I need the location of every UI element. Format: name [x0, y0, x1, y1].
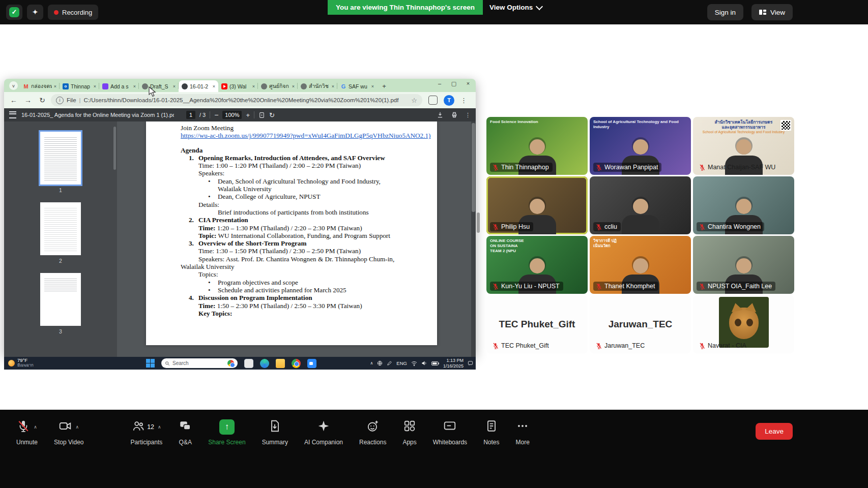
print-icon[interactable]	[451, 111, 458, 118]
chrome-icon[interactable]	[292, 359, 301, 368]
browser-tab-8[interactable]: สำนักวิช×	[298, 80, 337, 92]
browser-tab-7[interactable]: ศูนย์กิจก×	[258, 80, 298, 92]
start-button[interactable]	[146, 359, 155, 368]
back-button[interactable]: ←	[8, 96, 19, 104]
fit-page-icon[interactable]	[258, 112, 265, 118]
participant-tile-10[interactable]: TEC Phuket_GiftTEC Phuket_Gift	[486, 295, 588, 353]
participant-tile-8[interactable]: วิชาการดี ปฏิเน้นนวัตกThanet Khomphet	[590, 236, 691, 294]
address-bar[interactable]: i File | C:/Users/thinn/Downloads/16-01-…	[51, 94, 422, 106]
new-tab-button[interactable]: +	[379, 81, 389, 91]
participant-tile-12[interactable]: Navarat - CIA	[693, 295, 794, 353]
view-button[interactable]: View	[751, 4, 793, 20]
profile-avatar[interactable]: T	[444, 95, 454, 106]
browser-tab-3[interactable]: Add a s×	[99, 80, 139, 92]
tab-close-icon[interactable]: ×	[213, 84, 215, 89]
sign-in-button[interactable]: Sign in	[707, 4, 743, 20]
taskbar-search[interactable]: Search	[161, 358, 238, 368]
browser-tab-1[interactable]: Mกล่องจดห×	[20, 80, 60, 92]
zoom-app-icon[interactable]	[307, 359, 316, 368]
page-number-input[interactable]: 1	[186, 111, 195, 119]
taskbar-clock[interactable]: 1:13 PM 1/16/2025	[443, 358, 464, 369]
view-options-button[interactable]: View Options	[484, 0, 547, 15]
summary-button[interactable]: Summary	[254, 418, 296, 446]
participant-tile-5[interactable]: ccliu	[590, 176, 691, 234]
tab-close-icon[interactable]: ×	[94, 84, 96, 89]
edge-icon[interactable]	[260, 359, 269, 368]
tab-title: Thinnap	[71, 83, 92, 89]
weather-widget[interactable]: 79°F มีเมฆมาก	[8, 358, 34, 368]
browser-menu-icon[interactable]: ⋮	[460, 97, 468, 104]
notes-button[interactable]: Notes	[475, 418, 507, 446]
browser-tab-2[interactable]: oThinnap×	[60, 80, 99, 92]
pdf-thumbnail-2[interactable]	[40, 202, 81, 255]
participants-button[interactable]: 12∧Participants	[123, 418, 171, 446]
security-shield-button[interactable]: ✓	[6, 5, 22, 20]
tab-close-icon[interactable]: ×	[173, 84, 176, 89]
ai-companion-button[interactable]: AI Companion	[296, 418, 351, 446]
tab-close-icon[interactable]: ×	[54, 84, 56, 89]
file-explorer-icon[interactable]	[276, 359, 285, 368]
desktop-app-icon[interactable]	[244, 359, 253, 368]
participant-tile-4[interactable]: Philip Hsu	[486, 176, 588, 234]
chevron-up-icon[interactable]: ∧	[158, 424, 161, 430]
browser-tab-9[interactable]: GSAF wu×	[337, 80, 377, 92]
notification-icon[interactable]	[468, 360, 473, 366]
browser-tab-4[interactable]: Draft_S×	[139, 80, 179, 92]
stop-video-button[interactable]: ∧Stop Video	[46, 418, 92, 446]
participant-tile-9[interactable]: NPUST OIA_Faith Lee	[693, 236, 794, 294]
unmute-button[interactable]: ∧Unmute	[8, 418, 46, 446]
tab-close-icon[interactable]: ×	[292, 84, 295, 89]
pdf-menu-icon[interactable]	[9, 111, 16, 118]
browser-tab-6[interactable]: (3) Wal×	[218, 80, 258, 92]
network-icon[interactable]	[377, 360, 383, 366]
close-button[interactable]: ×	[465, 80, 472, 87]
maximize-button[interactable]: ▢	[450, 80, 457, 87]
pdf-scrollbar[interactable]	[471, 121, 476, 369]
language-indicator[interactable]: ENG	[396, 360, 407, 366]
participant-video-silhouette	[617, 199, 664, 234]
browser-tab-5[interactable]: 16-01-2×	[179, 80, 218, 92]
ai-companion-top-button[interactable]: ✦	[27, 5, 43, 20]
tab-close-icon[interactable]: ×	[133, 84, 136, 89]
forward-button[interactable]: →	[22, 96, 34, 104]
bookmark-star-icon[interactable]: ☆	[411, 97, 417, 104]
chevron-up-icon[interactable]: ∧	[75, 424, 79, 430]
tab-close-icon[interactable]: ×	[252, 84, 255, 89]
extensions-icon[interactable]	[428, 96, 438, 105]
pen-icon[interactable]	[387, 360, 392, 366]
pdf-thumbnail-3[interactable]	[40, 273, 81, 326]
sidebar-scrollbar[interactable]	[113, 127, 116, 170]
tray-chevron-up-icon[interactable]: ∧	[370, 361, 373, 365]
recording-indicator[interactable]: Recording	[48, 5, 98, 20]
tab-search-button[interactable]: v	[9, 81, 18, 90]
pdf-thumbnail-1[interactable]	[40, 132, 81, 185]
leave-button[interactable]: Leave	[756, 423, 793, 440]
participant-tile-11[interactable]: Jaruwan_TECJaruwan_TEC	[590, 295, 691, 353]
q-a-button[interactable]: Q&A	[170, 418, 200, 446]
apps-button[interactable]: Apps	[394, 418, 424, 446]
tab-close-icon[interactable]: ×	[371, 84, 374, 89]
zoom-level[interactable]: 100%	[222, 111, 242, 119]
share-screen-button[interactable]: ↑Share Screen	[200, 418, 253, 446]
tab-close-icon[interactable]: ×	[332, 84, 334, 89]
zoom-out-button[interactable]: −	[214, 111, 218, 119]
whiteboards-button[interactable]: Whiteboards	[425, 418, 475, 446]
chevron-up-icon[interactable]: ∧	[34, 424, 37, 430]
minimize-button[interactable]: –	[436, 80, 443, 87]
participant-tile-6[interactable]: Chantira Wongnen	[693, 176, 794, 234]
wifi-icon[interactable]	[411, 361, 417, 366]
volume-icon[interactable]	[421, 360, 427, 366]
zoom-in-button[interactable]: +	[246, 111, 250, 119]
more-button[interactable]: More	[507, 418, 537, 446]
rotate-icon[interactable]: ↻	[269, 111, 275, 119]
reload-button[interactable]: ↻	[37, 96, 48, 104]
battery-icon[interactable]	[431, 361, 439, 365]
download-icon[interactable]	[437, 111, 444, 118]
shared-screen-scrollbar[interactable]	[477, 212, 480, 233]
participant-tile-7[interactable]: ONLINE COURSEON SUSTAINATEAM 2 (NPUKun-Y…	[486, 236, 588, 294]
pdf-more-icon[interactable]: ⋮	[465, 112, 471, 118]
participant-tile-3[interactable]: สำนักวิชาเทคโนโลยีการเกษตรและอุตสาหกรรมอ…	[693, 117, 794, 175]
reactions-button[interactable]: Reactions	[351, 418, 394, 446]
participant-tile-2[interactable]: School of Agricultural Technology and Fo…	[590, 117, 691, 175]
participant-tile-1[interactable]: Food Science InnovationThin Thinnaphop	[486, 117, 588, 175]
